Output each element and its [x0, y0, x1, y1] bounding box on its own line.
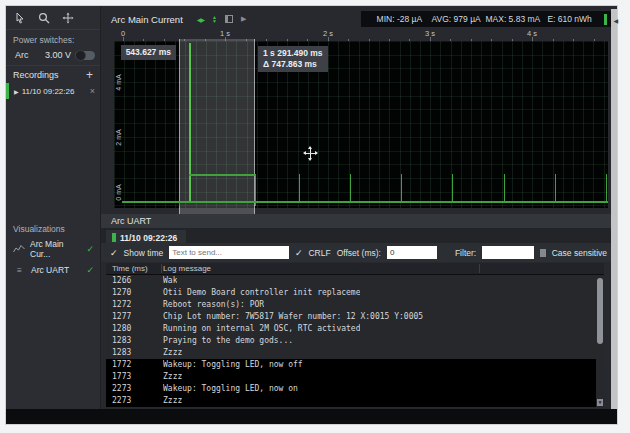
- add-recording-button[interactable]: +: [86, 71, 93, 80]
- screen: Power switches: Arc 3.00 V Recordings + …: [0, 0, 630, 433]
- power-switch-row: Arc 3.00 V: [6, 47, 100, 66]
- show-time-checkbox[interactable]: ✓: [110, 248, 118, 258]
- viz-item-label: Arc Main Cur...: [30, 239, 81, 259]
- trace-segment: [299, 174, 300, 202]
- chart-header: Arc Main Current ◀▶ ▲ ▼ ▶ MIN: -28 µA AV…: [101, 9, 613, 29]
- y-tick-label: 2 mA: [115, 125, 122, 151]
- stats-bar: MIN: -28 µA AVG: 979 µA MAX: 5.83 mA E: …: [361, 11, 613, 27]
- zoom-tool-icon[interactable]: [38, 12, 50, 24]
- pan-cursor-icon: [303, 146, 318, 161]
- recordings-label: Recordings: [13, 70, 59, 80]
- column-divider[interactable]: [479, 264, 480, 273]
- log-row[interactable]: 2273Zzzz: [106, 395, 596, 407]
- visualizations-section: Visualizations Arc Main Cur... ✓ ≡ Arc U…: [6, 219, 100, 278]
- uart-toolbar: ✓ Show time ✓ CRLF Offset (ms): Filter: …: [101, 243, 613, 262]
- stat-min: MIN: -28 µA: [371, 14, 428, 24]
- offset-label: Offset (ms):: [337, 248, 381, 258]
- chart-tools: ◀▶ ▲ ▼ ▶: [197, 15, 247, 23]
- trace-segment: [350, 174, 351, 202]
- visualizations-label: Visualizations: [6, 219, 100, 236]
- toggle-knob-icon: [75, 50, 86, 61]
- offset-input[interactable]: [387, 246, 437, 259]
- crlf-label[interactable]: CRLF: [308, 248, 330, 258]
- stat-avg: AVG: 979 µA: [428, 14, 485, 24]
- log-row[interactable]: 1270Otii Demo Board controller init repl…: [106, 287, 596, 299]
- scrollbar-thumb[interactable]: [597, 278, 603, 344]
- side-panel-collapse-strip[interactable]: ◀: [611, 9, 617, 411]
- log-row[interactable]: 1772Wakeup: Toggling LED, now off: [106, 359, 596, 371]
- viz-item-arc-main-current[interactable]: Arc Main Cur... ✓: [6, 236, 100, 262]
- line-chart-icon: [13, 244, 25, 255]
- plot-area[interactable]: 4 mA 2 mA 0 mA 543.627 ms 1 s 291.490 ms…: [114, 41, 608, 208]
- col-header-message[interactable]: Log message: [163, 264, 211, 273]
- log-row[interactable]: 1277Chip Lot number: 7W5817 Wafer number…: [106, 311, 596, 323]
- y-tick-label: 4 mA: [115, 70, 122, 96]
- check-icon[interactable]: ✓: [86, 244, 94, 254]
- trace-segment: [179, 201, 180, 206]
- scroll-down-icon[interactable]: ▼: [597, 399, 603, 406]
- trace-segment: [255, 174, 256, 207]
- log-row[interactable]: 1283Zzzz: [106, 347, 596, 359]
- uart-tab-bar: 11/10 09:22:26: [101, 228, 613, 243]
- arrow-down-icon: ▼: [212, 19, 217, 23]
- uart-tab-label: 11/10 09:22:26: [120, 233, 177, 243]
- log-row[interactable]: 1773Zzzz: [106, 371, 596, 383]
- column-divider[interactable]: [161, 264, 162, 273]
- expander-icon[interactable]: ▶: [14, 88, 19, 95]
- power-switch-name: Arc: [15, 50, 29, 60]
- log-row[interactable]: 1280Running on internal 2M OSC, RTC acti…: [106, 323, 596, 335]
- app-window: Power switches: Arc 3.00 V Recordings + …: [5, 5, 618, 425]
- recording-item[interactable]: ▶ 11/10 09:22:26 ×: [6, 82, 100, 100]
- trace-segment: [401, 174, 402, 202]
- trace-segment: [452, 174, 453, 202]
- power-switch-voltage: 3.00 V: [45, 50, 71, 60]
- fit-horizontal-icon[interactable]: ◀▶: [197, 16, 204, 23]
- select-tool-icon[interactable]: [14, 12, 26, 24]
- uart-log-table: Time (ms) Log message 1266Wak 1270Otii D…: [106, 263, 604, 407]
- stat-max: MAX: 5.83 mA: [485, 14, 542, 24]
- col-header-time[interactable]: Time (ms): [106, 264, 163, 273]
- status-bar: [6, 409, 617, 424]
- fit-vertical-icon[interactable]: ▲ ▼: [212, 15, 217, 23]
- send-text-input[interactable]: [169, 246, 289, 259]
- log-table-body[interactable]: 1266Wak 1270Otii Demo Board controller i…: [106, 275, 596, 407]
- follow-icon[interactable]: ▶: [241, 15, 246, 23]
- log-row[interactable]: 1283Praying to the demo gods...: [106, 335, 596, 347]
- case-sensitive-label[interactable]: Case sensitive: [552, 248, 607, 258]
- live-indicator: [604, 14, 607, 25]
- tooltip-time: 1 s 291.490 ms: [263, 48, 323, 59]
- power-switch-toggle[interactable]: [75, 51, 95, 60]
- show-time-label[interactable]: Show time: [124, 248, 164, 258]
- trace-segment: [122, 201, 608, 203]
- tab-active-indicator: [112, 233, 116, 242]
- log-row[interactable]: 2273Wakeup: Toggling LED, now on: [106, 383, 596, 395]
- trace-segment: [555, 174, 556, 202]
- log-scrollbar[interactable]: ▼: [596, 275, 604, 407]
- collapse-left-icon[interactable]: ◀: [613, 17, 618, 24]
- recordings-header: Recordings +: [6, 66, 100, 82]
- log-row[interactable]: 1272Reboot reason(s): POR: [106, 299, 596, 311]
- window-view-icon[interactable]: [225, 15, 233, 23]
- filter-input[interactable]: [482, 246, 534, 259]
- check-icon[interactable]: ✓: [86, 265, 94, 275]
- filter-label: Filter:: [455, 248, 476, 258]
- viz-item-arc-uart[interactable]: ≡ Arc UART ✓: [6, 262, 100, 278]
- selection-end-tooltip: 1 s 291.490 ms Δ 747.863 ms: [258, 46, 328, 72]
- pan-tool-icon[interactable]: [62, 12, 74, 24]
- power-switches-label: Power switches:: [6, 30, 100, 47]
- close-recording-icon[interactable]: ×: [90, 86, 95, 96]
- trace-segment: [606, 174, 607, 202]
- tooltip-delta: Δ 747.863 ms: [263, 59, 323, 70]
- crlf-checkbox[interactable]: ✓: [295, 248, 303, 258]
- main-area: Arc Main Current ◀▶ ▲ ▼ ▶ MIN: -28 µA AV…: [101, 6, 613, 409]
- y-tick-label: 0 mA: [115, 180, 122, 206]
- sidebar-toolbar: [6, 6, 100, 30]
- uart-panel-title: Arc UART: [101, 214, 613, 228]
- active-recording-indicator: [6, 83, 9, 99]
- log-row[interactable]: 1266Wak: [106, 275, 596, 287]
- selection-start-tooltip: 543.627 ms: [121, 45, 176, 60]
- case-sensitive-checkbox[interactable]: [540, 249, 546, 257]
- trace-segment: [189, 174, 255, 176]
- list-icon: ≡: [13, 265, 26, 275]
- stat-energy: E: 610 nWh: [541, 14, 598, 24]
